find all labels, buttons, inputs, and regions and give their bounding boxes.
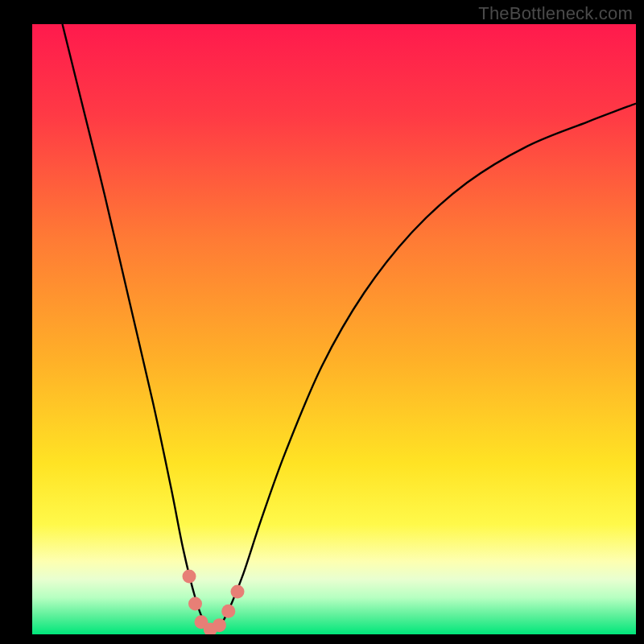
curve-marker: [231, 584, 245, 598]
curve-marker: [188, 597, 202, 611]
plot-background: [32, 24, 636, 634]
curve-marker: [221, 605, 235, 618]
chart-frame: TheBottleneck.com: [0, 0, 644, 644]
curve-marker: [183, 569, 196, 583]
curve-marker: [213, 618, 226, 632]
chart-svg: [0, 0, 644, 644]
watermark-text: TheBottleneck.com: [478, 3, 633, 24]
